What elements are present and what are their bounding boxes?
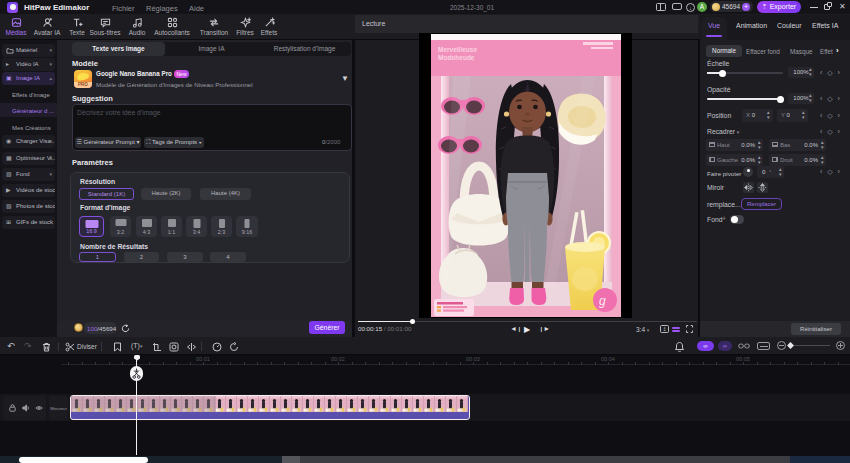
svg-text:g: g [599, 294, 606, 308]
svg-text:Merveilleuse: Merveilleuse [438, 46, 477, 53]
svg-text:Modoheude: Modoheude [438, 54, 475, 61]
